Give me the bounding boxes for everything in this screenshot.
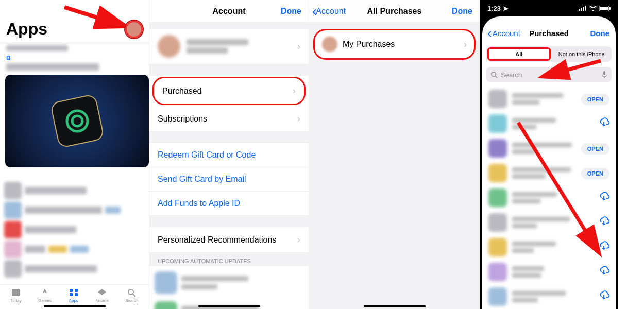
svg-point-17: [492, 72, 496, 77]
row-label: Purchased: [162, 87, 202, 96]
chevron-right-icon: ›: [464, 39, 467, 50]
mic-icon[interactable]: [601, 71, 607, 79]
tab-today[interactable]: Today: [10, 288, 21, 303]
svg-rect-10: [579, 9, 580, 11]
done-button[interactable]: Done: [281, 7, 301, 16]
tab-search[interactable]: Search: [125, 288, 138, 303]
app-icon: [488, 114, 507, 133]
row-my-purchases[interactable]: My Purchases ›: [313, 29, 476, 60]
purchased-row[interactable]: [482, 210, 616, 235]
phone-all-purchases: Account All Purchases Done My Purchases …: [309, 0, 480, 309]
editorial-block: B: [0, 43, 149, 75]
battery-icon: [599, 6, 611, 11]
app-text-blurred: [512, 266, 593, 278]
app-icon: [488, 263, 507, 281]
app-text-blurred: [512, 118, 593, 129]
apps-icon: [69, 288, 79, 297]
row-label: Add Funds to Apple ID: [158, 199, 240, 208]
svg-rect-11: [581, 8, 582, 11]
svg-rect-5: [75, 289, 78, 292]
open-button[interactable]: OPEN: [581, 94, 609, 105]
row-send-gift-card[interactable]: Send Gift Card by Email: [149, 167, 309, 192]
updates-list-blurred: [149, 266, 309, 309]
svg-rect-12: [583, 7, 584, 11]
cloud-download-icon[interactable]: [598, 121, 609, 129]
search-field[interactable]: Search: [486, 67, 612, 82]
open-button[interactable]: OPEN: [581, 168, 609, 179]
svg-rect-19: [603, 71, 605, 75]
home-indicator[interactable]: [44, 305, 106, 307]
open-button[interactable]: OPEN: [581, 143, 609, 154]
segmented-control: All Not on this iPhone: [482, 44, 616, 64]
segment-label: All: [515, 51, 522, 57]
app-icon: [488, 90, 507, 108]
profile-row[interactable]: ›: [149, 29, 309, 64]
purchased-row[interactable]: [482, 284, 616, 309]
svg-line-9: [133, 294, 135, 297]
purchased-row[interactable]: OPEN: [482, 161, 616, 185]
search-icon: [127, 288, 137, 297]
cell-signal-icon: [579, 6, 587, 11]
cloud-download-icon[interactable]: [598, 219, 609, 228]
tab-label: Arcade: [95, 298, 108, 303]
back-button[interactable]: Account: [487, 29, 520, 38]
segment-all[interactable]: All: [487, 47, 551, 61]
purchased-row[interactable]: [482, 185, 616, 210]
cloud-download-icon[interactable]: [598, 195, 609, 203]
status-bar: 1:23 ➤: [480, 0, 618, 16]
row-add-funds[interactable]: Add Funds to Apple ID: [149, 192, 309, 216]
app-text-blurred: [512, 291, 593, 302]
chevron-right-icon: ›: [297, 113, 300, 124]
tab-arcade[interactable]: Arcade: [95, 288, 108, 303]
purchased-row[interactable]: [482, 235, 616, 260]
chevron-right-icon: ›: [293, 85, 296, 96]
purchased-row[interactable]: [482, 111, 616, 136]
done-button[interactable]: Done: [590, 29, 610, 38]
chevron-right-icon: ›: [297, 234, 300, 245]
tab-label: Apps: [69, 298, 78, 303]
svg-rect-16: [609, 7, 611, 10]
purchased-row[interactable]: [482, 260, 616, 284]
app-icon: [488, 188, 507, 207]
purchased-row[interactable]: OPEN: [482, 87, 616, 111]
status-time: 1:23 ➤: [487, 5, 509, 12]
cloud-download-icon[interactable]: [598, 294, 609, 302]
app-text-blurred: [512, 93, 576, 105]
rocket-icon: [40, 288, 50, 297]
row-personalized-recommendations[interactable]: Personalized Recommendations ›: [149, 227, 309, 253]
cloud-download-icon[interactable]: [598, 244, 609, 253]
tab-games[interactable]: Games: [38, 288, 52, 303]
location-icon: ➤: [503, 5, 509, 12]
tab-apps[interactable]: Apps: [69, 288, 79, 303]
app-icon: [488, 238, 507, 256]
row-redeem[interactable]: Redeem Gift Card or Code: [149, 143, 309, 167]
nav-bar: Account Done: [149, 0, 309, 23]
svg-rect-7: [75, 293, 78, 296]
svg-line-18: [496, 76, 498, 78]
row-purchased[interactable]: Purchased ›: [154, 78, 304, 104]
svg-point-8: [128, 289, 133, 295]
home-indicator[interactable]: [198, 305, 260, 307]
featured-app-icon: [49, 94, 105, 149]
feature-card[interactable]: [5, 75, 149, 167]
editorial-line: [6, 45, 68, 51]
row-label: My Purchases: [343, 40, 395, 49]
done-button[interactable]: Done: [452, 7, 472, 16]
cloud-download-icon[interactable]: [598, 269, 609, 278]
home-indicator[interactable]: [364, 305, 426, 307]
nav-title: Purchased: [529, 29, 569, 38]
svg-point-2: [71, 115, 83, 127]
phone-app-store-apps: Apps B Today Games Apps: [0, 0, 149, 309]
arcade-icon: [97, 288, 107, 297]
row-label: Send Gift Card by Email: [158, 175, 246, 184]
back-button[interactable]: Account: [312, 7, 346, 16]
row-label: Redeem Gift Card or Code: [158, 150, 256, 160]
account-avatar-button[interactable]: [125, 21, 143, 38]
svg-point-1: [65, 109, 89, 133]
nav-bar: Account All Purchases Done: [309, 0, 480, 23]
app-text-blurred: [512, 192, 593, 203]
purchased-row[interactable]: OPEN: [482, 136, 616, 161]
row-subscriptions[interactable]: Subscriptions ›: [149, 106, 309, 132]
segment-not-on-iphone[interactable]: Not on this iPhone: [552, 46, 612, 62]
chevron-right-icon: ›: [297, 41, 300, 52]
